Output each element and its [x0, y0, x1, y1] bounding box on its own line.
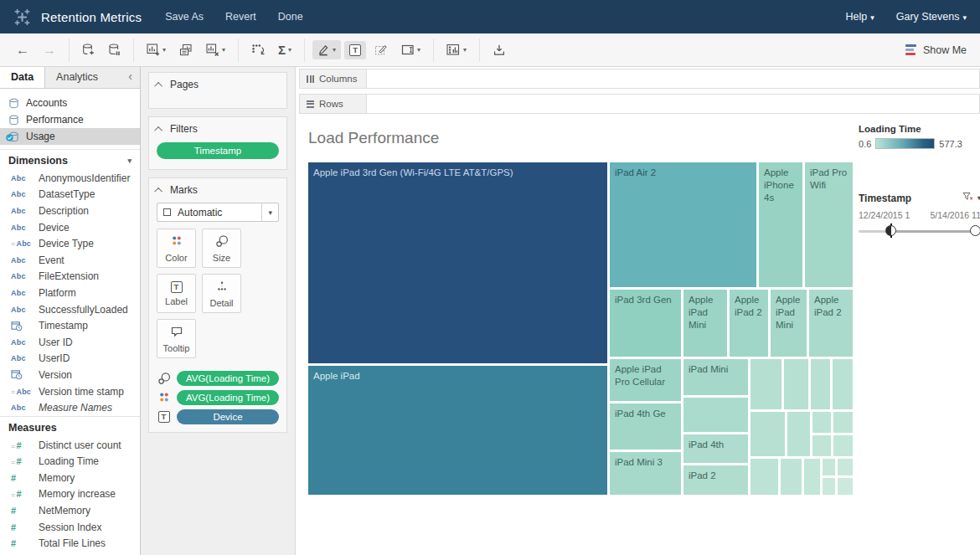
treemap-node[interactable]: [784, 359, 808, 409]
treemap-node[interactable]: [833, 359, 853, 409]
treemap-node-apple-ipad-mini[interactable]: Apple iPad Mini: [683, 290, 727, 357]
slider-handle-left[interactable]: [885, 225, 896, 236]
menu-save-as[interactable]: Save As: [165, 11, 204, 23]
treemap-node[interactable]: [683, 398, 748, 432]
timestamp-range-slider[interactable]: [859, 224, 980, 238]
treemap-node-apple-ipad-mini[interactable]: Apple iPad Mini: [771, 290, 807, 357]
undo-icon[interactable]: ←: [11, 41, 34, 59]
treemap-node-apple-ipad[interactable]: Apple iPad: [308, 366, 607, 495]
treemap-node-apple-iphone-4s[interactable]: Apple iPhone 4s: [759, 162, 802, 287]
mark-pill-avg-loading-time[interactable]: AVG(Loading Time): [177, 371, 279, 386]
field-event[interactable]: AbcEvent: [0, 252, 140, 269]
field-datasettype[interactable]: AbcDatasetType: [0, 187, 140, 203]
pause-updates-icon[interactable]: [103, 40, 126, 59]
treemap-node[interactable]: [781, 459, 802, 495]
treemap-node-ipad-mini[interactable]: iPad Mini: [683, 359, 748, 395]
treemap-node[interactable]: [750, 412, 785, 456]
fix-axes-icon[interactable]: ▾: [396, 40, 426, 59]
filters-card[interactable]: Filters Timestamp: [148, 116, 287, 170]
treemap-node[interactable]: [833, 412, 853, 433]
clear-sheet-icon[interactable]: ▾: [201, 40, 230, 59]
swap-axes-icon[interactable]: [246, 40, 270, 59]
columns-shelf[interactable]: Columns: [299, 69, 980, 89]
collapse-pane-icon[interactable]: ‹: [121, 67, 140, 88]
rows-shelf[interactable]: Rows: [299, 94, 980, 114]
field-netmemory[interactable]: #NetMemory: [0, 502, 140, 519]
presentation-mode-icon[interactable]: [487, 40, 511, 59]
treemap-node[interactable]: [812, 435, 831, 456]
highlight-icon[interactable]: ▾: [312, 40, 341, 59]
dropdown-caret-icon[interactable]: ▾: [261, 203, 278, 221]
field-version[interactable]: Version: [0, 367, 140, 383]
field-successfullyloaded[interactable]: AbcSuccessfullyLoaded: [0, 301, 140, 318]
mark-pill-device[interactable]: Device: [177, 409, 279, 424]
field-loading-time[interactable]: =#Loading Time: [0, 454, 140, 470]
dimensions-sort-icon[interactable]: ▾: [127, 157, 132, 165]
field-version-time-stamp[interactable]: =AbcVersion time stamp: [0, 383, 140, 400]
treemap-node[interactable]: [838, 478, 853, 495]
aggregate-measures-icon[interactable]: Σ▾: [273, 41, 297, 59]
user-menu[interactable]: Gary Stevens▾: [896, 11, 967, 23]
tab-data[interactable]: Data: [0, 67, 45, 88]
field-fileextension[interactable]: AbcFileExtension: [0, 269, 140, 285]
treemap-node-ipad-pro-wifi[interactable]: iPad Pro Wifi: [805, 162, 853, 287]
annotation-icon[interactable]: [369, 40, 393, 59]
show-me-button[interactable]: Show Me: [905, 44, 967, 56]
slider-handle-right[interactable]: [970, 225, 980, 236]
redo-icon[interactable]: →: [38, 41, 61, 59]
color-button[interactable]: Color: [157, 229, 196, 268]
treemap-node-apple-ipad-3rd-gen-wi-fi-4g-lte-at-t-gps[interactable]: Apple iPad 3rd Gen (Wi-Fi/4G LTE AT&T/GP…: [308, 162, 607, 363]
field-timestamp[interactable]: Timestamp: [0, 317, 140, 334]
field-total-file-lines[interactable]: #Total File Lines: [0, 535, 140, 552]
treemap-node-ipad-mini-3[interactable]: iPad Mini 3: [610, 452, 681, 495]
tab-analytics[interactable]: Analytics: [45, 67, 109, 88]
field-description[interactable]: AbcDescription: [0, 203, 140, 219]
collapse-card-icon[interactable]: [154, 126, 162, 134]
mark-pill-avg-loading-time[interactable]: AVG(Loading Time): [177, 390, 279, 405]
field-memory-increase[interactable]: =#Memory increase: [0, 486, 140, 503]
treemap-node[interactable]: [750, 459, 778, 495]
filter-funnel-icon[interactable]: [962, 192, 973, 204]
pages-card[interactable]: Pages: [148, 72, 287, 109]
treemap-node[interactable]: [804, 459, 820, 495]
menu-revert[interactable]: Revert: [225, 11, 256, 23]
treemap-node[interactable]: [823, 478, 835, 495]
treemap-node-apple-ipad-2[interactable]: Apple iPad 2: [730, 290, 768, 357]
treemap-node-ipad-4th-ge[interactable]: iPad 4th Ge: [610, 403, 681, 450]
collapse-card-icon[interactable]: [154, 81, 162, 90]
tooltip-button[interactable]: Tooltip: [157, 319, 196, 358]
field-device-type[interactable]: =AbcDevice Type: [0, 235, 140, 252]
datasource-accounts[interactable]: Accounts: [0, 95, 140, 111]
label-button[interactable]: TLabel: [157, 274, 196, 313]
treemap-node[interactable]: [811, 359, 830, 409]
treemap-node-ipad-3rd-gen[interactable]: iPad 3rd Gen: [610, 290, 681, 357]
field-anonymousidentifier[interactable]: AbcAnonymousIdentifier: [0, 170, 140, 187]
treemap-node-ipad-2[interactable]: iPad 2: [683, 465, 748, 495]
treemap-node-ipad-4th[interactable]: iPad 4th: [683, 434, 748, 463]
add-datasource-icon[interactable]: [77, 40, 100, 59]
size-button[interactable]: Size: [202, 229, 241, 268]
treemap-node-ipad-air-2[interactable]: iPad Air 2: [610, 162, 756, 287]
treemap-node[interactable]: [812, 412, 831, 433]
datasource-performance[interactable]: Performance: [0, 111, 140, 128]
treemap-node[interactable]: [833, 435, 853, 456]
treemap-node[interactable]: [838, 459, 853, 475]
field-userid[interactable]: AbcUserID: [0, 351, 140, 367]
show-cards-icon[interactable]: ▾: [441, 40, 472, 59]
new-worksheet-icon[interactable]: ▾: [142, 40, 171, 59]
field-platform[interactable]: AbcPlatform: [0, 285, 140, 301]
filter-pill-timestamp[interactable]: Timestamp: [157, 142, 279, 159]
duplicate-sheet-icon[interactable]: [174, 40, 198, 59]
field-user-id[interactable]: AbcUser ID: [0, 334, 140, 351]
slider-selected-range[interactable]: [890, 230, 977, 233]
collapse-card-icon[interactable]: [154, 187, 162, 195]
help-menu[interactable]: Help▾: [845, 11, 874, 23]
field-distinct-user-count[interactable]: =#Distinct user count: [0, 437, 140, 454]
field-memory[interactable]: #Memory: [0, 470, 140, 486]
field-session-index[interactable]: #Session Index: [0, 519, 140, 536]
field-device[interactable]: AbcDevice: [0, 219, 140, 236]
detail-button[interactable]: Detail: [202, 274, 241, 313]
color-gradient-bar[interactable]: [875, 138, 935, 149]
mark-type-dropdown[interactable]: Automatic ▾: [157, 203, 279, 222]
datasource-usage[interactable]: Usage: [0, 128, 140, 145]
